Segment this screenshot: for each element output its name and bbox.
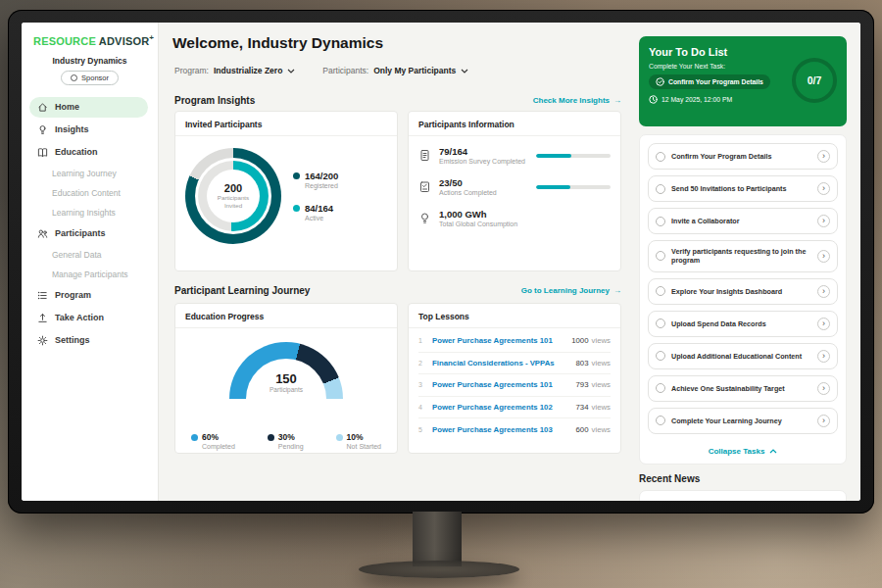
participants-information-card: Participants Information 79/164 Emission… — [408, 111, 621, 271]
program-filter-label: Program: — [174, 66, 209, 75]
home-icon — [37, 102, 48, 113]
participants-filter-value: Only My Participants — [373, 66, 456, 75]
invited-participants-donut-chart: 200 Participants Invited — [185, 148, 281, 244]
lesson-link[interactable]: Power Purchase Agreements 103 — [432, 425, 553, 434]
card-title: Top Lessons — [409, 304, 620, 328]
brand-secondary: ADVISOR — [99, 35, 150, 47]
upload-action-icon — [37, 313, 48, 323]
top-lessons-list: 1 Power Purchase Agreements 101 1000view… — [409, 328, 620, 441]
task-checkbox[interactable] — [656, 351, 665, 361]
brand-logo: RESOURCE ADVISOR+ — [22, 23, 158, 49]
chevron-down-icon — [287, 69, 295, 74]
legend-registered: 164/200 Registered — [293, 171, 338, 189]
sponsor-icon — [71, 74, 77, 81]
sidebar-item-learning-journey[interactable]: Learning Journey — [22, 165, 158, 182]
task-checkbox[interactable] — [656, 251, 665, 261]
chevron-right-icon[interactable]: › — [817, 250, 830, 263]
org-name: Industry Dynamics — [22, 56, 158, 66]
sponsor-badge-label: Sponsor — [81, 74, 109, 82]
monitor-stand-neck — [413, 512, 462, 566]
metric-row-emission-survey: 79/164 Emission Survey Completed — [418, 146, 611, 165]
clock-icon — [649, 95, 658, 104]
sidebar-item-program[interactable]: Program — [29, 285, 148, 306]
task-checkbox[interactable] — [656, 217, 665, 226]
task-checkbox[interactable] — [656, 184, 665, 194]
legend-completed: 60% Completed — [191, 432, 235, 450]
education-progress-card: Education Progress 150 Participants 60% … — [174, 303, 398, 454]
lesson-row: 1 Power Purchase Agreements 101 1000view… — [418, 330, 611, 353]
chevron-right-icon[interactable]: › — [817, 150, 830, 163]
todo-panel: Your To Do List Complete Your Next Task:… — [639, 36, 847, 501]
task-row-send-invitations[interactable]: Send 50 Invitations to Participants › — [648, 175, 838, 202]
collapse-tasks-link[interactable]: Collapse Tasks — [648, 447, 838, 456]
monitor-stand-base — [359, 561, 519, 578]
page-title: Welcome, Industry Dynamics — [172, 34, 383, 52]
todo-hero-card: Your To Do List Complete Your Next Task:… — [639, 36, 847, 126]
lesson-link[interactable]: Financial Considerations - VPPAs — [432, 359, 555, 368]
sidebar-item-label: Education — [55, 147, 98, 157]
chevron-right-icon[interactable]: › — [817, 382, 830, 395]
task-checkbox[interactable] — [656, 286, 665, 296]
learning-journey-header: Participant Learning Journey Go to Learn… — [174, 285, 621, 296]
section-title-learning-journey: Participant Learning Journey — [174, 285, 310, 296]
sidebar-nav: Home Insights Education Learning Journey… — [22, 97, 158, 351]
chevron-right-icon[interactable]: › — [817, 182, 830, 195]
brand-plus: + — [149, 33, 154, 42]
todo-progress-ring: 0/7 — [792, 58, 837, 103]
participants-filter-dropdown[interactable]: Participants: Only My Participants — [322, 66, 468, 75]
sidebar-item-label: Insights — [55, 124, 89, 134]
task-row-upload-spend-data[interactable]: Upload Spend Data Records › — [648, 311, 838, 337]
metric-row-consumption: 1,000 GWh Total Global Consumption — [418, 209, 611, 227]
sidebar-item-education[interactable]: Education — [29, 142, 148, 163]
check-more-insights-link[interactable]: Check More Insights → — [533, 96, 621, 105]
participants-filter-label: Participants: — [322, 66, 368, 75]
sidebar-item-manage-participants[interactable]: Manage Participants — [22, 266, 158, 283]
main-content: Welcome, Industry Dynamics Program: Indu… — [159, 23, 860, 501]
legend-not-started: 10% Not Started — [336, 432, 381, 450]
task-checkbox[interactable] — [656, 152, 665, 162]
sidebar-item-learning-insights[interactable]: Learning Insights — [22, 204, 158, 221]
task-checkbox[interactable] — [656, 383, 665, 393]
task-row-upload-educational-content[interactable]: Upload Additional Educational Content › — [648, 343, 838, 369]
lesson-link[interactable]: Power Purchase Agreements 101 — [432, 380, 553, 389]
chevron-right-icon[interactable]: › — [817, 318, 830, 330]
filter-bar: Program: Industrialize Zero Participants… — [174, 66, 468, 75]
legend-pending: 30% Pending — [268, 432, 304, 450]
sidebar-item-general-data[interactable]: General Data — [22, 246, 158, 264]
lesson-link[interactable]: Power Purchase Agreements 101 — [432, 336, 553, 345]
sidebar-item-home[interactable]: Home — [29, 97, 148, 118]
sidebar-item-label: Program — [55, 290, 91, 300]
task-row-explore-insights[interactable]: Explore Your Insights Dashboard › — [648, 278, 838, 305]
invited-participants-card: Invited Participants 200 Participants In… — [174, 111, 398, 271]
sidebar-item-participants[interactable]: Participants — [29, 223, 148, 244]
next-task-pill[interactable]: Confirm Your Program Details — [649, 74, 770, 89]
task-row-verify-participants[interactable]: Verify participants requesting to join t… — [648, 240, 838, 272]
donut-center-label: 200 Participants Invited — [185, 148, 281, 244]
go-to-learning-journey-link[interactable]: Go to Learning Journey → — [521, 286, 621, 295]
sidebar-item-take-action[interactable]: Take Action — [29, 308, 148, 328]
arrow-right-icon: → — [613, 286, 621, 295]
task-row-confirm-program[interactable]: Confirm Your Program Details › — [648, 143, 838, 170]
chevron-right-icon[interactable]: › — [817, 350, 830, 363]
sidebar-item-settings[interactable]: Settings — [29, 330, 148, 351]
gauge-legend: 60% Completed 30% Pending — [175, 428, 397, 450]
emission-survey-progress-bar — [536, 154, 611, 158]
sidebar-item-label: Take Action — [55, 313, 104, 322]
lesson-link[interactable]: Power Purchase Agreements 102 — [432, 403, 553, 412]
chevron-right-icon[interactable]: › — [817, 215, 830, 227]
task-checkbox[interactable] — [656, 416, 665, 425]
task-row-complete-learning-journey[interactable]: Complete Your Learning Journey › — [648, 408, 838, 434]
chevron-right-icon[interactable]: › — [817, 415, 830, 427]
chevron-right-icon[interactable]: › — [817, 285, 830, 298]
gear-icon — [37, 335, 48, 346]
task-row-achieve-target[interactable]: Achieve One Sustainability Target › — [648, 375, 838, 402]
brand-primary: RESOURCE — [33, 35, 96, 47]
sidebar-item-insights[interactable]: Insights — [29, 120, 148, 140]
task-checkbox[interactable] — [656, 318, 665, 328]
sidebar-item-education-content[interactable]: Education Content — [22, 184, 158, 202]
program-filter-dropdown[interactable]: Program: Industrialize Zero — [174, 66, 295, 75]
task-list: Confirm Your Program Details › Send 50 I… — [639, 134, 847, 465]
lesson-row: 2 Financial Considerations - VPPAs 803vi… — [418, 353, 611, 375]
task-row-invite-collaborator[interactable]: Invite a Collaborator › — [648, 208, 838, 234]
legend-active: 84/164 Active — [293, 203, 338, 221]
